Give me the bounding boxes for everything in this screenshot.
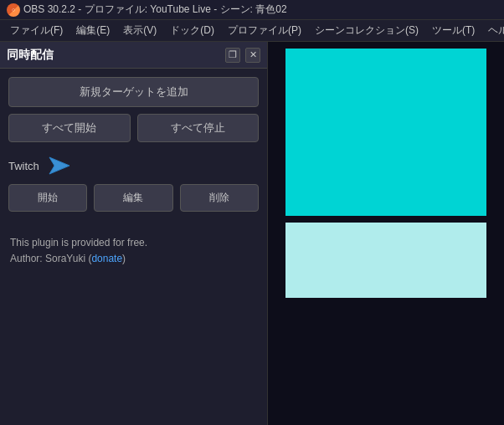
menu-tools[interactable]: ツール(T) bbox=[425, 22, 481, 39]
main-content: 同時配信 ❐ ✕ 新規ターゲットを追加 すべて開始 すべて停止 Twitch bbox=[0, 42, 504, 425]
twitch-edit-button[interactable]: 編集 bbox=[94, 184, 172, 212]
restore-button[interactable]: ❐ bbox=[225, 48, 240, 63]
start-stop-row: すべて開始 すべて停止 bbox=[8, 114, 259, 142]
twitch-start-button[interactable]: 開始 bbox=[8, 184, 87, 212]
preview-panel bbox=[268, 42, 504, 425]
start-all-button[interactable]: すべて開始 bbox=[8, 114, 131, 142]
dialog-panel: 同時配信 ❐ ✕ 新規ターゲットを追加 すべて開始 すべて停止 Twitch bbox=[0, 42, 268, 425]
menu-dock[interactable]: ドック(D) bbox=[163, 22, 221, 39]
preview-cyan-top bbox=[285, 49, 486, 216]
menu-profile[interactable]: プロファイル(P) bbox=[221, 22, 308, 39]
twitch-section: Twitch 開始 編集 削除 bbox=[8, 152, 259, 212]
donate-link[interactable]: donate bbox=[91, 253, 122, 264]
twitch-delete-button[interactable]: 削除 bbox=[180, 184, 259, 212]
menu-help[interactable]: ヘルプ(H) bbox=[481, 22, 504, 39]
menu-file[interactable]: ファイル(F) bbox=[3, 22, 69, 39]
add-target-button[interactable]: 新規ターゲットを追加 bbox=[8, 77, 259, 107]
menu-bar: ファイル(F) 編集(E) 表示(V) ドック(D) プロファイル(P) シーン… bbox=[0, 20, 504, 42]
author-text: Author: SoraYuki ( bbox=[10, 253, 91, 264]
title-bar: ○ OBS 30.2.2 - プロファイル: YouTube Live - シー… bbox=[0, 0, 504, 20]
preview-cyan-bottom bbox=[285, 223, 486, 298]
dialog-header: 同時配信 ❐ ✕ bbox=[0, 42, 267, 69]
arrow-icon bbox=[46, 152, 76, 179]
menu-edit[interactable]: 編集(E) bbox=[69, 22, 116, 39]
menu-scene-collection[interactable]: シーンコレクション(S) bbox=[308, 22, 425, 39]
menu-view[interactable]: 表示(V) bbox=[116, 22, 163, 39]
dialog-body: 新規ターゲットを追加 すべて開始 すべて停止 Twitch 開始 編集 bbox=[0, 69, 267, 275]
author-text-end: ) bbox=[122, 253, 126, 264]
dialog-controls: ❐ ✕ bbox=[225, 48, 260, 63]
info-text: This plugin is provided for free. Author… bbox=[8, 235, 259, 267]
info-line1: This plugin is provided for free. bbox=[10, 235, 257, 251]
svg-marker-0 bbox=[49, 157, 69, 174]
stop-all-button[interactable]: すべて停止 bbox=[137, 114, 260, 142]
close-button[interactable]: ✕ bbox=[245, 48, 260, 63]
twitch-action-row: 開始 編集 削除 bbox=[8, 184, 259, 212]
info-line2: Author: SoraYuki (donate) bbox=[10, 251, 257, 267]
twitch-name: Twitch bbox=[8, 160, 39, 172]
title-bar-text: OBS 30.2.2 - プロファイル: YouTube Live - シーン:… bbox=[23, 3, 287, 17]
obs-icon: ○ bbox=[7, 3, 20, 17]
twitch-label: Twitch bbox=[8, 152, 259, 179]
dialog-title: 同時配信 bbox=[7, 48, 54, 63]
